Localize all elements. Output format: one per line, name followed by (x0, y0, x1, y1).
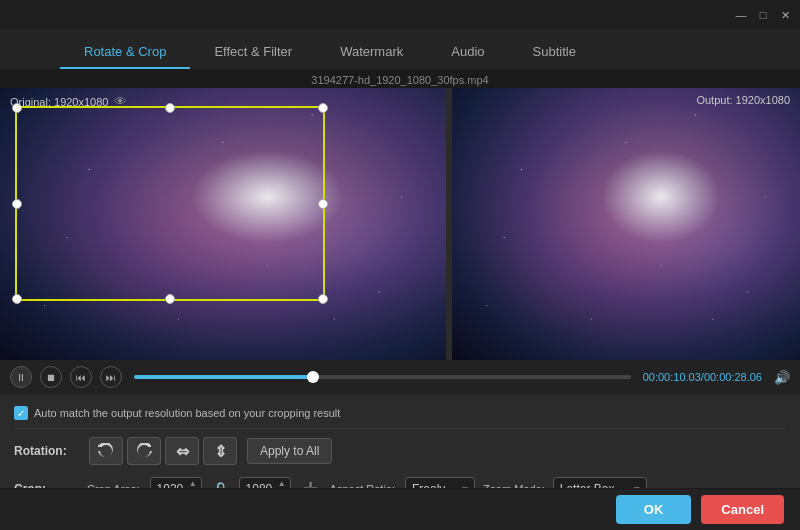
video-left-panel: Original: 1920x1080 👁 (0, 88, 446, 360)
seek-fill (134, 375, 313, 379)
auto-match-label: Auto match the output resolution based o… (34, 407, 340, 419)
video-right-panel: Output: 1920x1080 (450, 88, 800, 360)
crop-handle-top-left[interactable] (12, 103, 22, 113)
crop-handle-top-middle[interactable] (165, 103, 175, 113)
tab-audio[interactable]: Audio (427, 36, 508, 69)
rotate-left-button[interactable] (89, 437, 123, 465)
next-frame-button[interactable]: ⏭ (100, 366, 122, 388)
auto-match-row: ✓ Auto match the output resolution based… (14, 402, 786, 429)
rotate-right-button[interactable] (127, 437, 161, 465)
crop-handle-middle-right[interactable] (318, 199, 328, 209)
seek-bar[interactable] (134, 375, 631, 379)
tab-subtitle[interactable]: Subtitle (509, 36, 600, 69)
video-area: 3194277-hd_1920_1080_30fps.mp4 Original:… (0, 70, 800, 360)
crop-handle-middle-left[interactable] (12, 199, 22, 209)
minimize-button[interactable]: — (734, 8, 748, 22)
output-label: Output: 1920x1080 (696, 94, 790, 106)
rotation-buttons: ⇔ ⇕ (89, 437, 237, 465)
prev-frame-button[interactable]: ⏮ (70, 366, 92, 388)
apply-all-button[interactable]: Apply to All (247, 438, 332, 464)
time-display: 00:00:10.03/00:00:28.06 (643, 371, 762, 383)
cancel-button[interactable]: Cancel (701, 495, 784, 524)
close-button[interactable]: ✕ (778, 8, 792, 22)
rotation-row: Rotation: ⇔ ⇕ Apply to All (14, 429, 786, 471)
tab-watermark[interactable]: Watermark (316, 36, 427, 69)
tab-rotate-crop[interactable]: Rotate & Crop (60, 36, 190, 69)
auto-match-checkbox[interactable]: ✓ (14, 406, 28, 420)
crop-handle-bottom-right[interactable] (318, 294, 328, 304)
tabs-bar: Rotate & Crop Effect & Filter Watermark … (0, 30, 800, 70)
flip-horizontal-button[interactable]: ⇔ (165, 437, 199, 465)
rotation-label: Rotation: (14, 444, 79, 458)
ok-button[interactable]: OK (616, 495, 692, 524)
playback-bar: ⏸ ⏹ ⏮ ⏭ 00:00:10.03/00:00:28.06 🔊 (0, 360, 800, 394)
crop-handle-top-right[interactable] (318, 103, 328, 113)
video-filename: 3194277-hd_1920_1080_30fps.mp4 (0, 70, 800, 88)
stop-button[interactable]: ⏹ (40, 366, 62, 388)
crop-handle-bottom-left[interactable] (12, 294, 22, 304)
nebula-stars-right (452, 88, 800, 360)
crop-overlay[interactable] (15, 106, 325, 301)
bottom-bar: OK Cancel (0, 488, 800, 530)
crop-handle-bottom-middle[interactable] (165, 294, 175, 304)
tab-effect-filter[interactable]: Effect & Filter (190, 36, 316, 69)
title-bar: — □ ✕ (0, 0, 800, 30)
flip-vertical-button[interactable]: ⇕ (203, 437, 237, 465)
pause-button[interactable]: ⏸ (10, 366, 32, 388)
volume-icon[interactable]: 🔊 (774, 370, 790, 385)
seek-thumb[interactable] (307, 371, 319, 383)
video-panels: Original: 1920x1080 👁 Output: 1920x1080 (0, 88, 800, 360)
maximize-button[interactable]: □ (756, 8, 770, 22)
